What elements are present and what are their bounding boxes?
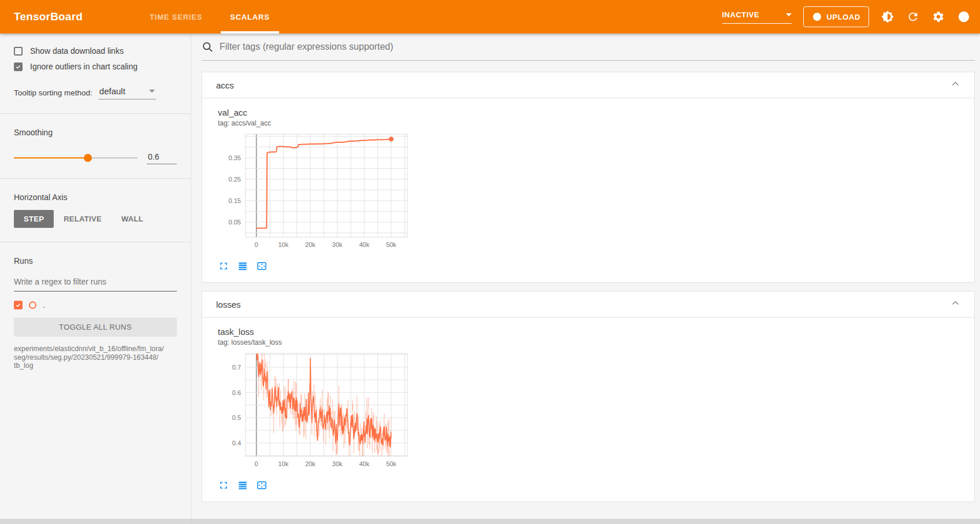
bottom-scrollbar-strip[interactable]: [0, 519, 980, 524]
tab-scalars[interactable]: SCALARS: [216, 0, 283, 34]
runs-label: Runs: [14, 256, 177, 265]
chart-toolbar: [218, 479, 960, 491]
chevron-up-icon[interactable]: [951, 79, 960, 91]
runs-regex-input[interactable]: [14, 274, 177, 291]
main-content: accs val_acc tag: accs/val_acc 010k20k30…: [191, 34, 980, 524]
chart-toolbar: [218, 260, 960, 272]
chart-tag: tag: accs/val_acc: [218, 119, 960, 127]
svg-text:30k: 30k: [332, 241, 343, 248]
svg-text:10k: 10k: [278, 241, 288, 248]
chart-title: val_acc: [218, 108, 960, 117]
axis-option-step[interactable]: STEP: [14, 210, 54, 228]
svg-text:0.4: 0.4: [232, 440, 241, 446]
show-download-links-checkbox[interactable]: Show data download links: [14, 46, 177, 56]
section-body: val_acc tag: accs/val_acc 010k20k30k40k5…: [202, 98, 974, 282]
run-name: .: [43, 301, 45, 309]
svg-text:?: ?: [962, 13, 966, 20]
svg-text:0.7: 0.7: [232, 364, 241, 371]
line-chart-task-loss[interactable]: 010k20k30k40k50k0.40.50.60.7: [218, 349, 412, 471]
horizontal-axis-label: Horizontal Axis: [14, 193, 177, 202]
svg-text:20k: 20k: [305, 241, 315, 248]
svg-text:0.6: 0.6: [232, 389, 241, 396]
svg-text:0: 0: [255, 241, 258, 248]
tab-bar: TIME SERIES SCALARS: [136, 0, 284, 34]
search-icon: [202, 41, 214, 53]
run-color-swatch-icon: [29, 301, 36, 309]
divider: [0, 178, 191, 179]
chart-tag: tag: losses/task_loss: [218, 338, 960, 346]
line-chart-val-acc[interactable]: 010k20k30k40k50k0.050.150.250.35: [218, 130, 412, 252]
info-icon: [812, 12, 822, 22]
status-dropdown-value: INACTIVE: [722, 10, 760, 19]
section-card-losses: losses task_loss tag: losses/task_loss 0…: [202, 291, 975, 502]
experiment-path-line: tb_log: [14, 361, 177, 370]
experiment-path-line: seg/results/seg.py/20230521/999979-16344…: [14, 353, 177, 362]
svg-text:40k: 40k: [359, 460, 369, 467]
brightness-icon[interactable]: [881, 10, 894, 24]
experiment-path-line: experiments/elasticdnn/vit_b_16/offline/…: [14, 345, 177, 353]
settings-gear-icon[interactable]: [931, 10, 945, 24]
svg-text:30k: 30k: [332, 460, 343, 467]
axis-option-relative[interactable]: RELATIVE: [54, 210, 112, 228]
smoothing-row: [14, 151, 177, 164]
smoothing-value-input[interactable]: [147, 151, 177, 164]
axis-option-wall[interactable]: WALL: [112, 210, 153, 228]
settings-sidebar: Show data download links Ignore outliers…: [0, 34, 191, 524]
checkbox-checked[interactable]: [14, 62, 23, 71]
checkbox-label: Show data download links: [30, 46, 124, 56]
svg-text:50k: 50k: [386, 460, 396, 467]
tooltip-sorting-row: Tooltip sorting method: default: [14, 86, 177, 99]
svg-text:0.05: 0.05: [229, 219, 241, 226]
filter-tags-input[interactable]: [220, 42, 975, 52]
data-table-icon[interactable]: [237, 479, 248, 491]
svg-text:20k: 20k: [305, 460, 315, 467]
upload-button[interactable]: UPLOAD: [803, 6, 870, 27]
upload-button-label: UPLOAD: [827, 13, 861, 21]
tooltip-sorting-label: Tooltip sorting method:: [14, 88, 92, 99]
svg-text:50k: 50k: [386, 241, 396, 248]
chevron-up-icon[interactable]: [951, 298, 960, 311]
svg-text:0.25: 0.25: [229, 176, 241, 183]
refresh-icon[interactable]: [906, 10, 920, 24]
ignore-outliers-checkbox[interactable]: Ignore outliers in chart scaling: [14, 62, 177, 71]
svg-text:40k: 40k: [359, 241, 369, 248]
help-icon[interactable]: ?: [957, 10, 971, 24]
divider: [0, 242, 191, 242]
experiment-path: experiments/elasticdnn/vit_b_16/offline/…: [14, 345, 177, 370]
header-actions: INACTIVE UPLOAD ?: [722, 6, 971, 27]
section-card-accs: accs val_acc tag: accs/val_acc 010k20k30…: [202, 72, 975, 283]
horizontal-axis-toggle-group: STEP RELATIVE WALL: [14, 210, 177, 228]
expand-chart-icon[interactable]: [218, 260, 229, 272]
filter-tags-row: [202, 34, 975, 61]
fit-domain-icon[interactable]: [256, 479, 268, 491]
svg-text:0.15: 0.15: [229, 197, 241, 204]
checkbox-label: Ignore outliers in chart scaling: [30, 62, 138, 71]
svg-text:0.35: 0.35: [229, 154, 241, 161]
svg-text:10k: 10k: [278, 460, 288, 467]
section-title: accs: [216, 80, 234, 90]
section-title: losses: [216, 300, 241, 309]
tooltip-sorting-dropdown[interactable]: default: [98, 86, 156, 99]
svg-text:0: 0: [255, 460, 258, 467]
slider-fill: [14, 157, 88, 158]
section-header-losses[interactable]: losses: [202, 291, 974, 318]
toggle-all-runs-button[interactable]: TOGGLE ALL RUNS: [14, 318, 177, 337]
chevron-down-icon: [786, 13, 792, 16]
app-logo: TensorBoard: [14, 10, 83, 23]
svg-text:0.5: 0.5: [232, 414, 241, 421]
run-list-item[interactable]: .: [14, 301, 177, 309]
expand-chart-icon[interactable]: [218, 479, 229, 491]
section-header-accs[interactable]: accs: [202, 72, 974, 98]
data-table-icon[interactable]: [237, 260, 248, 272]
chevron-down-icon: [149, 90, 155, 93]
smoothing-label: Smoothing: [14, 128, 177, 137]
status-dropdown[interactable]: INACTIVE: [722, 10, 792, 24]
section-body: task_loss tag: losses/task_loss 010k20k3…: [202, 318, 974, 501]
tab-time-series[interactable]: TIME SERIES: [136, 0, 216, 34]
app-header: TensorBoard TIME SERIES SCALARS INACTIVE…: [0, 0, 980, 34]
checkbox-unchecked[interactable]: [14, 47, 23, 56]
fit-domain-icon[interactable]: [256, 260, 268, 272]
slider-thumb[interactable]: [84, 154, 92, 162]
smoothing-slider[interactable]: [14, 154, 138, 162]
run-checkbox[interactable]: [14, 301, 23, 309]
